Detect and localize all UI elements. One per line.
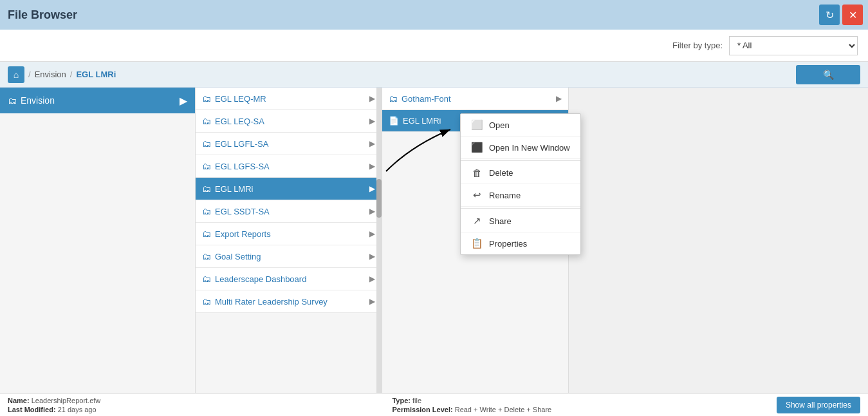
context-menu-rename-label: Rename <box>489 191 521 200</box>
status-permission-value: Read + Write + Delete + Share <box>455 406 552 413</box>
breadcrumb-sep-1: / <box>28 70 31 79</box>
list-item-label: Export Reports <box>215 229 271 239</box>
folder-icon: 🗂 <box>202 184 211 194</box>
delete-icon: 🗑 <box>471 167 483 178</box>
breadcrumb-envision[interactable]: Envision <box>35 70 66 79</box>
sidebar-panel: 🗂 Envision ▶ <box>0 88 196 393</box>
status-permission-label: Permission Level: <box>392 406 452 413</box>
list-item[interactable]: 🗂Export Reports ▶ <box>196 223 382 245</box>
chevron-right-icon: ▶ <box>369 229 375 238</box>
status-name-row: Name: LeadershipReport.efw <box>8 397 392 404</box>
folder-icon: 🗂 <box>202 161 211 171</box>
folder-icon: 🗂 <box>202 296 211 307</box>
status-permission-row: Permission Level: Read + Write + Delete … <box>392 406 776 413</box>
folder-icon: 🗂 <box>389 93 398 104</box>
folder-icon: 🗂 <box>202 274 211 284</box>
open-new-window-icon: ⬛ <box>471 142 483 153</box>
status-bar: Name: LeadershipReport.efw Last Modified… <box>0 393 868 416</box>
chevron-right-icon: ▶ <box>369 117 375 126</box>
folder-icon: 🗂 <box>202 116 211 126</box>
list-item-label: EGL LMRi <box>215 184 253 194</box>
scrollbar-thumb[interactable] <box>376 179 382 218</box>
breadcrumb-bar: ⌂ / Envision / EGL LMRi 🔍 <box>0 62 868 88</box>
app-title: File Browser <box>8 8 77 22</box>
list-item[interactable]: 🗂Leaderscape Dashboard ▶ <box>196 268 382 290</box>
open-icon: ⬜ <box>471 119 483 131</box>
list-item-gotham-font[interactable]: 🗂Gotham-Font ▶ <box>382 88 568 110</box>
list-item-label: EGL LEQ-MR <box>215 94 266 104</box>
rename-icon: ↩ <box>471 189 483 201</box>
header-buttons: ↻ ✕ <box>819 5 863 25</box>
status-modified-row: Last Modified: 21 days ago <box>8 406 392 413</box>
list-item-label: Leaderscape Dashboard <box>215 274 306 284</box>
sidebar-header-text: 🗂 Envision <box>8 95 55 106</box>
context-menu: ⬜ Open ⬛ Open In New Window 🗑 Delete ↩ R… <box>460 113 581 255</box>
chevron-right-icon: ▶ <box>369 274 375 283</box>
main-content: 🗂 Envision ▶ 🗂EGL LEQ-MR ▶ 🗂EGL LEQ-SA ▶… <box>0 88 868 393</box>
app-header: File Browser ↻ ✕ <box>0 0 868 30</box>
refresh-button[interactable]: ↻ <box>819 5 840 25</box>
folder-icon: 🗂 <box>202 229 211 239</box>
chevron-right-icon: ▶ <box>369 252 375 261</box>
sidebar-label: Envision <box>21 95 55 106</box>
context-menu-share[interactable]: ↗ Share <box>461 210 580 232</box>
filter-type-select[interactable]: * All Folders Files <box>729 36 858 55</box>
list-item[interactable]: 🗂EGL LEQ-MR ▶ <box>196 88 382 110</box>
scrollbar-track[interactable] <box>376 88 382 393</box>
breadcrumb-search-button[interactable]: 🔍 <box>796 65 860 84</box>
list-item-label: Multi Rater Leadership Survey <box>215 297 328 307</box>
list-item-label: EGL LGFL-SA <box>215 139 268 149</box>
status-left: Name: LeadershipReport.efw Last Modified… <box>8 397 392 413</box>
context-menu-rename[interactable]: ↩ Rename <box>461 184 580 207</box>
list-item-goal-setting[interactable]: 🗂Goal Setting ▶ <box>196 245 382 268</box>
list-item-label: Goal Setting <box>215 252 261 261</box>
status-name-value: LeadershipReport.efw <box>32 397 101 404</box>
chevron-right-icon: ▶ <box>369 162 375 171</box>
list-item[interactable]: 🗂Multi Rater Leadership Survey ▶ <box>196 290 382 313</box>
properties-icon: 📋 <box>471 238 483 249</box>
list-item[interactable]: 🗂EGL LEQ-SA ▶ <box>196 110 382 133</box>
folder-icon: 🗂 <box>202 251 211 261</box>
status-right: Show all properties <box>777 397 860 413</box>
chevron-right-icon: ▶ <box>369 184 375 193</box>
breadcrumb-home[interactable]: ⌂ <box>8 66 24 83</box>
status-modified-value: 21 days ago <box>58 406 97 413</box>
context-menu-open-new-window[interactable]: ⬛ Open In New Window <box>461 137 580 159</box>
chevron-right-icon: ▶ <box>369 94 375 103</box>
filter-bar: Filter by type: * All Folders Files <box>0 30 868 62</box>
context-menu-open-label: Open <box>489 120 510 130</box>
chevron-right-icon: ▶ <box>369 297 375 306</box>
share-icon: ↗ <box>471 215 483 227</box>
context-menu-delete[interactable]: 🗑 Delete <box>461 162 580 184</box>
list-item[interactable]: 🗂EGL LGFS-SA ▶ <box>196 155 382 178</box>
breadcrumb-egl-lmri[interactable]: EGL LMRi <box>76 70 116 79</box>
context-menu-open[interactable]: ⬜ Open <box>461 114 580 137</box>
file-list-panel-1: 🗂EGL LEQ-MR ▶ 🗂EGL LEQ-SA ▶ 🗂EGL LGFL-SA… <box>196 88 382 393</box>
context-menu-properties[interactable]: 📋 Properties <box>461 232 580 254</box>
status-type-label: Type: <box>392 397 411 404</box>
list-item-label: EGL LMRi <box>403 116 441 126</box>
context-menu-divider-2 <box>461 208 580 209</box>
status-type-value: file <box>412 397 421 404</box>
show-all-properties-button[interactable]: Show all properties <box>777 397 860 413</box>
list-item-label: EGL LEQ-SA <box>215 117 264 126</box>
list-item[interactable]: 🗂EGL LGFL-SA ▶ <box>196 133 382 155</box>
sidebar-envision[interactable]: 🗂 Envision ▶ <box>0 88 195 113</box>
close-button[interactable]: ✕ <box>842 5 863 25</box>
breadcrumb-sep-2: / <box>70 70 73 79</box>
list-item-label: Gotham-Font <box>402 94 451 104</box>
file-doc-icon: 📄 <box>389 116 399 126</box>
context-menu-divider-1 <box>461 160 580 161</box>
folder-icon: 🗂 <box>202 138 211 149</box>
chevron-right-icon: ▶ <box>369 207 375 216</box>
folder-icon: 🗂 <box>202 93 211 104</box>
status-middle: Type: file Permission Level: Read + Writ… <box>392 397 776 413</box>
sidebar-folder-icon: 🗂 <box>8 95 17 106</box>
list-item-label: EGL SSDT-SA <box>215 207 270 216</box>
context-menu-delete-label: Delete <box>489 168 513 178</box>
context-menu-share-label: Share <box>489 216 512 226</box>
filter-label: Filter by type: <box>672 41 723 50</box>
context-menu-open-new-window-label: Open In New Window <box>489 143 570 153</box>
list-item-egl-lmri[interactable]: 🗂EGL LMRi ▶ <box>196 178 382 200</box>
list-item[interactable]: 🗂EGL SSDT-SA ▶ <box>196 200 382 223</box>
